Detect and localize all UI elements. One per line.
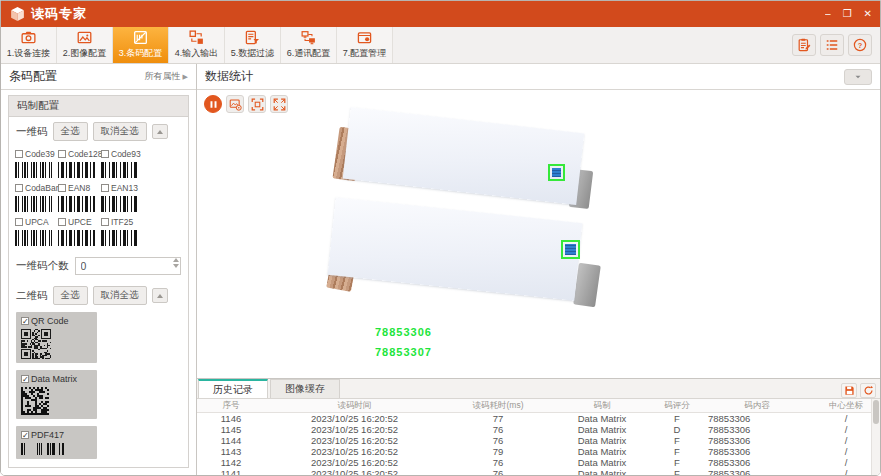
qr-sample-image: [21, 329, 51, 359]
checkbox[interactable]: [15, 184, 23, 192]
table-cell: /: [812, 446, 880, 457]
ribbon-tab-5[interactable]: 5.数据过滤: [225, 27, 281, 63]
two-d-group-row: 二维码 全选 取消全选: [9, 281, 188, 308]
bottom-tab-image-cache[interactable]: 图像缓存: [270, 379, 340, 398]
table-cell: 79: [444, 446, 552, 457]
table-cell: 1142: [197, 457, 265, 468]
barcode-type-qr-code[interactable]: QR Code: [16, 312, 97, 363]
checkbox[interactable]: [58, 150, 66, 158]
fit-view-button[interactable]: [248, 95, 266, 113]
panel-dropdown-button[interactable]: [844, 69, 872, 85]
maximize-button[interactable]: ❐: [843, 9, 852, 19]
barcode-type-ean8[interactable]: EAN8: [58, 183, 99, 212]
ribbon-tab-3[interactable]: 3.条码配置: [113, 27, 169, 63]
ribbon-tab-2[interactable]: 2.图像配置: [57, 27, 113, 63]
two-d-collapse-button[interactable]: [152, 288, 168, 303]
table-row[interactable]: 11462023/10/25 16:20:5277Data MatrixF788…: [197, 413, 880, 424]
checkbox[interactable]: [21, 375, 29, 383]
table-cell: 2023/10/25 16:20:52: [265, 435, 444, 446]
pause-button[interactable]: [204, 95, 222, 113]
one-d-collapse-button[interactable]: [152, 124, 168, 139]
help-icon: ?: [853, 38, 867, 52]
table-cell: F: [652, 468, 702, 475]
table-cell: D: [652, 424, 702, 435]
table-header-cell: 码制: [552, 400, 652, 412]
barcode-type-ean13[interactable]: EAN13: [101, 183, 142, 212]
bottom-tab-history[interactable]: 历史记录: [198, 379, 268, 398]
one-d-label: 一维码: [16, 125, 48, 139]
checkbox[interactable]: [15, 150, 23, 158]
ribbon-tab-7[interactable]: 7.配置管理: [337, 27, 393, 63]
ribbon-tab-6[interactable]: 6.通讯配置: [281, 27, 337, 63]
table-cell: 76: [444, 435, 552, 446]
checkbox[interactable]: [101, 184, 109, 192]
ribbon-tab-1[interactable]: 1.设备连接: [1, 27, 57, 63]
table-header-cell: 读码耗时(ms): [444, 400, 552, 412]
table-cell: 78853306: [702, 446, 812, 457]
table-row[interactable]: 11452023/10/25 16:20:5276Data MatrixD788…: [197, 424, 880, 435]
table-header-cell: 码评分: [652, 400, 702, 412]
fullscreen-button[interactable]: [270, 95, 288, 113]
table-row[interactable]: 11412023/10/25 16:20:5276Data MatrixF788…: [197, 468, 880, 475]
checkbox[interactable]: [101, 150, 109, 158]
table-cell: 1146: [197, 413, 265, 424]
barcode-type-data-matrix[interactable]: Data Matrix: [16, 370, 97, 419]
table-scrollbar[interactable]: [871, 399, 880, 475]
table-header-cell: 序号: [197, 400, 265, 412]
barcode-type-label: UPCE: [68, 217, 92, 227]
table-cell: Data Matrix: [552, 413, 652, 424]
table-cell: 78853306: [702, 413, 812, 424]
list-button[interactable]: [820, 34, 844, 56]
checkbox[interactable]: [15, 218, 23, 226]
table-cell: 2023/10/25 16:20:52: [265, 457, 444, 468]
barcode-type-code128[interactable]: Code128: [58, 149, 99, 178]
checkbox[interactable]: [21, 317, 29, 325]
save-button[interactable]: [841, 383, 857, 398]
datamatrix-mark: [552, 168, 561, 177]
barcode-type-itf25[interactable]: ITF25: [101, 217, 142, 246]
two-d-deselect-all-button[interactable]: 取消全选: [93, 286, 147, 305]
image-settings-button[interactable]: [226, 95, 244, 113]
scrollbar-thumb[interactable]: [873, 400, 879, 424]
minimize-button[interactable]: –: [825, 9, 831, 19]
table-cell: F: [652, 435, 702, 446]
barcode-type-upce[interactable]: UPCE: [58, 217, 99, 246]
barcode-type-upca[interactable]: UPCA: [15, 217, 56, 246]
barcode-type-pdf417[interactable]: PDF417: [16, 426, 97, 459]
refresh-button[interactable]: [860, 383, 876, 398]
one-d-select-all-button[interactable]: 全选: [53, 122, 88, 141]
table-row[interactable]: 11422023/10/25 16:20:5276Data MatrixF788…: [197, 457, 880, 468]
log-button[interactable]: [792, 34, 816, 56]
detected-code-highlight: [548, 164, 565, 181]
checkbox[interactable]: [101, 218, 109, 226]
barcode-type-label: Code39: [25, 149, 55, 159]
barcode-type-codabar[interactable]: CodaBar: [15, 183, 56, 212]
table-row[interactable]: 11432023/10/25 16:20:5279Data MatrixF788…: [197, 446, 880, 457]
checkbox[interactable]: [58, 218, 66, 226]
ribbon-tab-label: 6.通讯配置: [287, 47, 331, 60]
barcode-type-label: Code93: [111, 149, 141, 159]
help-button[interactable]: ?: [848, 34, 872, 56]
barcode-sample-image: [101, 230, 138, 246]
one-d-deselect-all-button[interactable]: 取消全选: [93, 122, 147, 141]
close-button[interactable]: ✕: [864, 9, 872, 19]
table-action-buttons: [841, 383, 880, 398]
table-row[interactable]: 11442023/10/25 16:20:5276Data MatrixF788…: [197, 435, 880, 446]
pause-icon: [207, 98, 220, 111]
ribbon-tab-4[interactable]: 4.输入输出: [169, 27, 225, 63]
one-d-count-input[interactable]: [75, 257, 182, 275]
two-d-select-all-button[interactable]: 全选: [53, 286, 88, 305]
battery-cell-2: [328, 197, 583, 300]
table-cell: 1143: [197, 446, 265, 457]
all-properties-link[interactable]: 所有属性 ▶: [145, 70, 188, 83]
checkbox[interactable]: [21, 431, 29, 439]
spinner-arrows[interactable]: [173, 258, 179, 268]
image-viewer[interactable]: 7885330678853307: [197, 90, 880, 378]
title-bar: 读码专家 – ❐ ✕: [1, 1, 880, 27]
barcode-type-label: ITF25: [111, 217, 133, 227]
data-filter-icon: [245, 30, 260, 45]
barcode-type-code93[interactable]: Code93: [101, 149, 142, 178]
checkbox[interactable]: [58, 184, 66, 192]
barcode-type-code39[interactable]: Code39: [15, 149, 56, 178]
ribbon-tab-label: 2.图像配置: [63, 47, 107, 60]
